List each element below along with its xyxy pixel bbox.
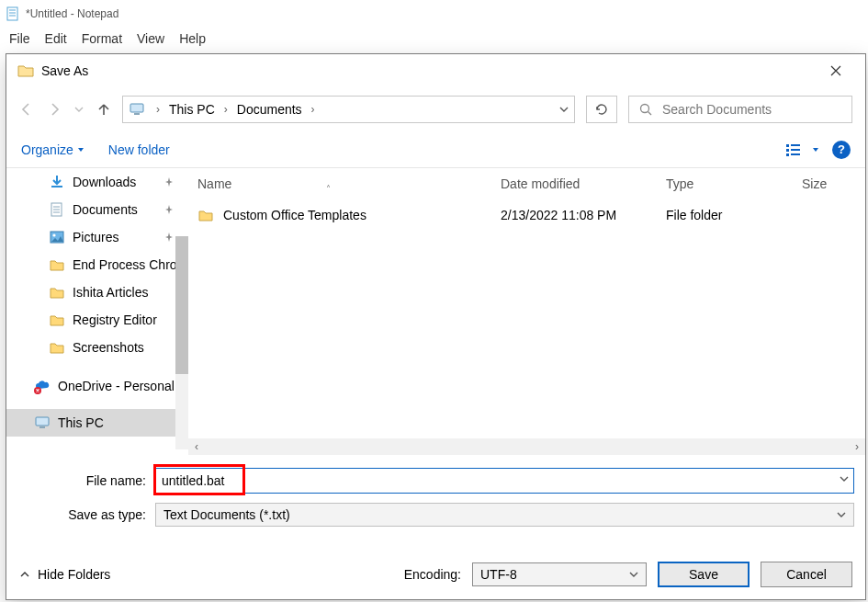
file-name-label: File name: [17,473,155,488]
breadcrumb-folder[interactable]: Documents [237,102,302,117]
breadcrumb-root[interactable]: This PC [169,102,215,117]
hide-folders-button[interactable]: Hide Folders [19,567,110,582]
svg-point-20 [52,233,55,236]
cancel-button[interactable]: Cancel [761,562,852,587]
chevron-up-icon [19,569,30,580]
pin-icon [164,177,174,187]
sidebar: DownloadsDocumentsPicturesEnd Process Ch… [6,168,188,455]
search-placeholder: Search Documents [662,102,772,117]
back-button[interactable] [19,102,34,117]
search-input[interactable]: Search Documents [628,96,852,123]
close-button[interactable] [817,56,854,85]
svg-rect-23 [39,426,45,428]
file-name-dropdown[interactable] [840,474,849,483]
folder-icon [49,312,65,328]
sidebar-item-label: Registry Editor [73,312,157,327]
new-folder-button[interactable]: New folder [108,142,170,157]
nav-row: › This PC › Documents › Search Documents [6,87,865,131]
thispc-icon [34,415,51,431]
svg-rect-22 [36,417,49,426]
menu-format[interactable]: Format [82,31,122,46]
notepad-title-text: *Untitled - Notepad [26,7,118,20]
sidebar-item-ishita-articles[interactable]: Ishita Articles [6,278,188,306]
svg-rect-10 [786,149,789,152]
scroll-left-icon[interactable]: ‹ [188,438,205,455]
dialog-folder-icon [17,62,34,79]
sidebar-item-label: OneDrive - Personal [58,379,175,393]
encoding-select[interactable]: UTF-8 [472,562,647,586]
download-icon [49,174,65,190]
svg-rect-9 [791,144,800,146]
sidebar-item-registry-editor[interactable]: Registry Editor [6,306,188,334]
notepad-menubar: File Edit Format View Help [0,28,868,53]
sidebar-item-label: Pictures [73,230,119,244]
menu-help[interactable]: Help [179,31,206,46]
svg-point-6 [641,105,649,113]
svg-rect-14 [51,186,62,187]
folder-icon [49,284,65,301]
search-icon [638,102,653,117]
save-button[interactable]: Save [658,562,750,587]
col-type[interactable]: Type [657,176,793,191]
menu-view[interactable]: View [137,31,164,46]
sidebar-scrollbar[interactable] [175,236,188,449]
chevron-down-icon [837,510,846,519]
view-options-button[interactable] [786,142,819,157]
sidebar-item-screenshots[interactable]: Screenshots [6,334,188,361]
svg-rect-0 [7,7,17,20]
col-size[interactable]: Size [793,176,865,191]
onedrive-icon [34,378,51,394]
menu-edit[interactable]: Edit [45,31,67,46]
row-type: File folder [657,208,793,222]
encoding-label: Encoding: [404,567,461,582]
organize-menu[interactable]: Organize [21,142,85,157]
save-as-dialog: Save As › This PC › Documents › S [6,53,866,600]
sidebar-item-label: End Process Chrom [73,257,187,272]
save-type-select[interactable]: Text Documents (*.txt) [155,503,854,527]
sidebar-item-label: Screenshots [73,340,144,355]
folder-icon [49,256,65,273]
col-date[interactable]: Date modified [491,176,657,191]
pictures-icon [49,229,65,245]
up-button[interactable] [96,102,111,117]
recent-dropdown[interactable] [74,105,84,114]
menu-file[interactable]: File [9,31,30,46]
scroll-right-icon[interactable]: › [849,438,865,455]
svg-rect-13 [791,153,800,155]
svg-line-7 [648,112,652,116]
sidebar-item-label: Documents [73,202,138,217]
sidebar-item-downloads[interactable]: Downloads [6,168,188,196]
help-button[interactable]: ? [832,141,851,159]
col-name: Name˄ [188,176,491,191]
chevron-right-icon[interactable]: › [152,103,163,116]
sidebar-item-onedrive-personal[interactable]: OneDrive - Personal [6,372,188,400]
folder-icon [197,207,214,223]
column-headers[interactable]: Name˄ Date modified Type Size [188,168,865,199]
table-row[interactable]: Custom Office Templates2/13/2022 11:08 P… [188,199,865,231]
row-name: Custom Office Templates [223,208,366,222]
chevron-right-icon[interactable]: › [220,103,231,116]
address-bar[interactable]: › This PC › Documents › [122,96,575,123]
chevron-right-icon[interactable]: › [308,103,319,116]
sidebar-item-label: Ishita Articles [73,285,148,300]
refresh-button[interactable] [586,96,617,123]
file-list: Name˄ Date modified Type Size Custom Off… [188,168,865,455]
horizontal-scrollbar[interactable]: ‹ › [188,438,865,455]
sidebar-item-documents[interactable]: Documents [6,196,188,223]
row-date: 2/13/2022 11:08 PM [491,208,657,222]
sidebar-item-label: Downloads [73,175,136,189]
forward-button[interactable] [47,102,62,117]
address-dropdown[interactable] [559,105,569,114]
sidebar-item-end-process-chrom[interactable]: End Process Chrom [6,251,188,278]
chevron-down-icon [629,570,638,579]
file-name-input[interactable] [155,468,854,494]
document-icon [49,201,65,218]
svg-rect-5 [134,113,140,115]
pin-icon [164,233,174,242]
svg-rect-4 [130,104,143,112]
dialog-title: Save As [41,63,817,78]
svg-rect-11 [791,149,800,151]
sidebar-item-this-pc[interactable]: This PC [6,409,188,437]
sidebar-item-pictures[interactable]: Pictures [6,223,188,251]
notepad-icon [6,6,20,21]
